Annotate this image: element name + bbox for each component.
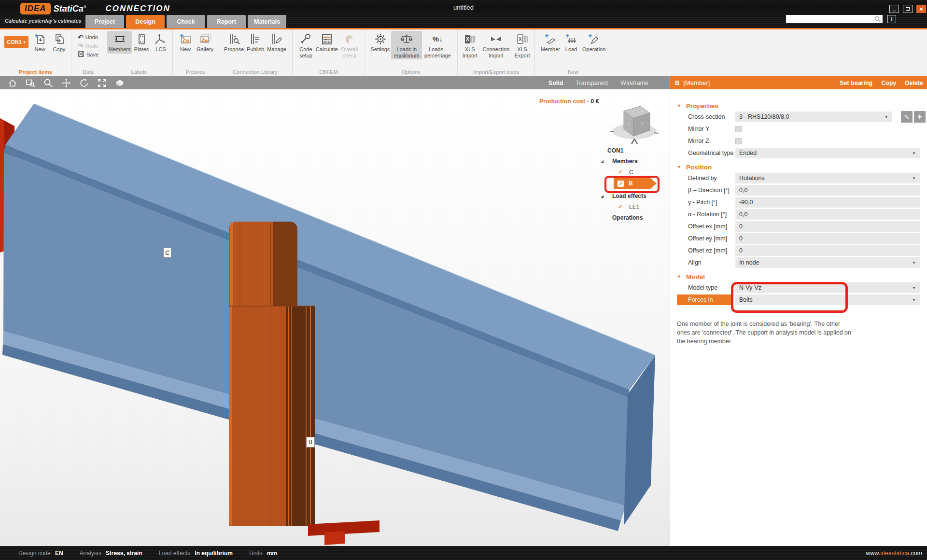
minimize-button[interactable]: – (889, 5, 899, 13)
tree-member-c[interactable]: C (629, 169, 633, 176)
checkbox-member-c[interactable]: ✓ (618, 168, 623, 175)
defined-by-dropdown[interactable]: Rotations ▼ (735, 173, 920, 183)
home-view-icon[interactable] (7, 78, 18, 88)
redo-button[interactable]: ↷ Redo (78, 42, 98, 50)
new-project-item-button[interactable]: New (30, 31, 50, 54)
redo-icon: ↷ (78, 42, 84, 49)
zoom-fit-icon[interactable] (96, 78, 108, 88)
pencil-icon: ✎ (904, 113, 910, 121)
view-mode-transparent[interactable]: Transparent (576, 80, 608, 86)
alpha-rotation-input[interactable]: 0,0 (735, 209, 920, 220)
new-load-button[interactable]: Load (562, 31, 581, 54)
save-button[interactable]: Save (78, 51, 98, 58)
search-box[interactable] (786, 15, 883, 23)
model-type-dropdown[interactable]: N-Vy-Vz ▼ (735, 282, 920, 293)
loads-in-equilibrium-button[interactable]: Loads in equilibrium (391, 31, 422, 59)
geometrical-type-dropdown[interactable]: Ended ▼ (735, 148, 920, 158)
tree-load-effects[interactable]: Load effects (612, 193, 646, 199)
tree-expand-members-icon[interactable]: ◢ (601, 159, 604, 164)
offset-ey-label: Offset ey [mm] (688, 235, 735, 242)
plate-base[interactable] (308, 520, 379, 545)
tree-root-con1[interactable]: CON1 (607, 147, 623, 154)
offset-ex-input[interactable]: 0 (735, 221, 920, 232)
alpha-rotation-row: α - Rotation [°] 0,0 (670, 209, 927, 220)
close-button[interactable]: × (916, 5, 926, 13)
members-labels-button[interactable]: Members (107, 31, 132, 54)
beam-member-c[interactable] (2, 104, 655, 531)
code-setup-button[interactable]: Code setup (295, 31, 317, 59)
cross-section-dropdown[interactable]: 3 - RHS120/80/8.0 ▼ (735, 112, 892, 122)
website-link[interactable]: www.ideastatica.com (866, 550, 922, 557)
maximize-icon (906, 7, 910, 11)
plates-labels-button[interactable]: Plates (132, 31, 151, 54)
plus-icon: + (917, 112, 922, 122)
forces-in-dropdown[interactable]: Bolts ▼ (735, 294, 920, 305)
section-model[interactable]: ▼ Model (670, 272, 927, 281)
tree-operations[interactable]: Operations (612, 214, 643, 221)
tree-expand-load-effects-icon[interactable]: ◢ (601, 194, 604, 198)
xls-import-button[interactable]: X XLS Import (460, 31, 480, 59)
new-operation-button[interactable]: Operation (581, 31, 607, 54)
scene-label-c[interactable]: C (163, 248, 171, 258)
maximize-button[interactable] (903, 5, 913, 13)
mirror-y-checkbox[interactable] (735, 126, 742, 132)
propose-button[interactable]: Propose (223, 31, 245, 54)
zoom-window-icon[interactable] (25, 78, 36, 88)
set-bearing-button[interactable]: Set bearing (840, 80, 872, 86)
beta-direction-input[interactable]: 0,0 (735, 185, 920, 196)
calculate-button[interactable]: Calculate (317, 31, 337, 54)
new-document-icon (33, 32, 47, 46)
axes-icon (154, 32, 168, 46)
copy-project-item-button[interactable]: Copy (50, 31, 69, 54)
gallery-button[interactable]: Gallery (195, 31, 215, 54)
gamma-pitch-input[interactable]: -90,0 (735, 197, 920, 208)
pan-icon[interactable] (60, 78, 72, 88)
tab-report[interactable]: Report (207, 15, 246, 28)
tab-check[interactable]: Check (167, 15, 205, 28)
align-dropdown[interactable]: In node ▼ (735, 257, 920, 268)
search-input[interactable] (786, 15, 874, 23)
publish-button[interactable]: Publish (245, 31, 266, 54)
tab-design[interactable]: Design (126, 15, 165, 28)
offset-ey-input[interactable]: 0 (735, 233, 920, 244)
lcs-labels-button[interactable]: LCS (151, 31, 170, 54)
tree-members[interactable]: Members (612, 158, 638, 165)
view-mode-solid[interactable]: Solid (548, 80, 563, 86)
xls-export-button[interactable]: X XLS Export (512, 31, 533, 59)
publish-icon (248, 32, 263, 46)
mirror-z-checkbox[interactable] (735, 138, 742, 144)
edit-cross-section-button[interactable]: ✎ (901, 111, 913, 123)
tab-materials[interactable]: Materials (248, 15, 286, 28)
new-picture-button[interactable]: New (176, 31, 195, 54)
view-cube[interactable]: Z Y X (609, 101, 660, 146)
new-member-button[interactable]: Member (539, 31, 562, 54)
overall-check-button[interactable]: Overall check (337, 31, 363, 59)
viewport-3d[interactable]: C B Production cost - 0 € Z (0, 89, 670, 546)
rotate-icon[interactable] (78, 78, 90, 88)
con1-dropdown[interactable]: CON1▾ (4, 36, 28, 48)
group-label: Project items (0, 69, 71, 75)
delete-member-button[interactable]: Delete (905, 80, 923, 86)
tab-project[interactable]: Project (85, 15, 124, 28)
view-mode-wireframe[interactable]: Wireframe (620, 80, 648, 86)
align-label: Align (688, 259, 735, 266)
section-properties[interactable]: ▼ Properties (670, 101, 927, 111)
tree-member-b-selected[interactable]: ✓ B (612, 178, 657, 189)
connection-import-button[interactable]: Connection Import (480, 31, 512, 59)
checkbox-member-b[interactable]: ✓ (618, 181, 624, 187)
scene-label-b[interactable]: B (306, 437, 315, 448)
chevron-down-icon: ▾ (24, 40, 26, 44)
manage-button[interactable]: Manage (266, 31, 288, 54)
tree-le1[interactable]: LE1 (629, 204, 639, 210)
settings-button[interactable]: Settings (369, 31, 392, 54)
offset-ez-input[interactable]: 0 (735, 245, 920, 256)
info-button[interactable]: i (887, 15, 896, 23)
solid-box-icon[interactable] (114, 78, 126, 88)
loads-percentage-button[interactable]: %↓ Loads - percentage (422, 31, 453, 59)
checkbox-le1[interactable]: ✓ (618, 203, 623, 210)
undo-button[interactable]: ↶ Undo (78, 33, 98, 41)
add-cross-section-button[interactable]: + (914, 111, 926, 123)
zoom-icon[interactable] (42, 78, 54, 88)
copy-member-button[interactable]: Copy (881, 80, 896, 86)
section-position[interactable]: ▼ Position (670, 162, 927, 172)
